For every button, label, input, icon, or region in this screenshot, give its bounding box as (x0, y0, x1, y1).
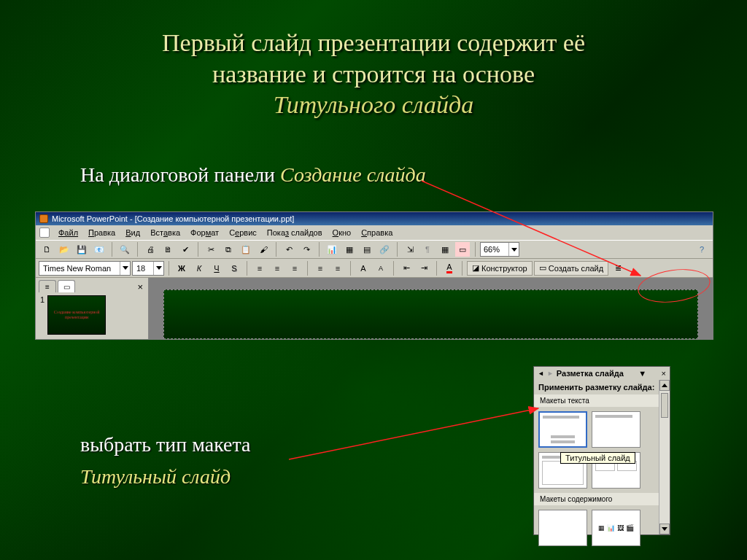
bold-button[interactable]: Ж (174, 260, 190, 276)
thumb-text: Создание компьютерной презентации (48, 310, 105, 320)
sep (475, 242, 476, 257)
save-button[interactable]: 💾 (74, 241, 90, 257)
expand-button[interactable]: ⇲ (402, 241, 418, 257)
caption-title-slide: Титульный слайд (80, 465, 231, 489)
zoom-input[interactable] (481, 245, 508, 254)
menu-insert[interactable]: Вставка (146, 227, 185, 238)
new-button[interactable]: 🗋 (39, 241, 55, 257)
sep (462, 261, 462, 276)
menu-file[interactable]: Файл (54, 227, 82, 238)
close-outline-button[interactable]: × (135, 281, 145, 292)
align-right-button[interactable]: ≡ (287, 260, 303, 276)
align-left-button[interactable]: ≡ (252, 260, 268, 276)
sep (198, 242, 198, 257)
window-titlebar: Microsoft PowerPoint - [Создание компьют… (36, 212, 713, 225)
layout-tooltip: Титульный слайд (560, 452, 635, 464)
new-slide-icon: ▭ (539, 263, 546, 273)
group-header-content: Макеты содержимого (534, 493, 670, 505)
help-button[interactable]: ? (694, 241, 710, 257)
show-formatting-button[interactable]: ¶ (419, 241, 436, 257)
menu-edit[interactable]: Правка (84, 227, 120, 238)
menu-window[interactable]: Окно (328, 227, 356, 238)
numbering-button[interactable]: ≡ (312, 260, 328, 276)
shadow-button[interactable]: S (226, 260, 242, 276)
underline-button[interactable]: Ч (209, 260, 225, 276)
slide-canvas[interactable] (163, 289, 698, 339)
scroll-thumb[interactable] (661, 393, 668, 418)
fwd-icon[interactable]: ► (547, 370, 554, 377)
window-title: Microsoft PowerPoint - [Создание компьют… (52, 214, 294, 223)
menu-format[interactable]: Формат (186, 227, 223, 238)
paste-button[interactable]: 📋 (238, 241, 254, 257)
scroll-down-icon[interactable] (659, 524, 670, 534)
format-painter-button[interactable]: 🖌 (255, 241, 271, 257)
fontsize-input[interactable] (133, 264, 153, 273)
link-button[interactable]: 🔗 (376, 241, 392, 257)
zoom-combo[interactable] (480, 242, 519, 257)
undo-button[interactable]: ↶ (281, 241, 297, 257)
layout-blank[interactable] (538, 510, 587, 546)
font-input[interactable] (39, 264, 120, 273)
svg-line-1 (289, 408, 538, 459)
design-button[interactable]: ◪Конструктор (467, 261, 533, 276)
menu-slideshow[interactable]: Показ слайдов (263, 227, 327, 238)
increase-font-button[interactable]: A (355, 260, 371, 276)
lead-em: Создание слайда (280, 163, 426, 186)
scroll-up-icon[interactable] (659, 380, 670, 391)
pane-subtitle: Применить разметку слайда: (534, 380, 670, 394)
copy-button[interactable]: ⧉ (220, 241, 236, 257)
preview-button[interactable]: 🗎 (160, 241, 176, 257)
increase-indent-button[interactable]: ⇥ (416, 260, 432, 276)
menu-view[interactable]: Вид (121, 227, 144, 238)
layout-content[interactable]: ▦📊🖼🎬 (592, 510, 640, 546)
cut-button[interactable]: ✂ (203, 241, 219, 257)
chart-button[interactable]: 📊 (324, 241, 340, 257)
fontsize-combo[interactable] (132, 261, 164, 276)
menu-tools[interactable]: Сервис (225, 227, 261, 238)
italic-button[interactable]: К (191, 260, 207, 276)
font-combo[interactable] (39, 261, 131, 276)
text-layouts: Титульный слайд (534, 407, 670, 493)
title-line2: название и строится на основе (212, 61, 535, 88)
slide-thumbnail[interactable]: Создание компьютерной презентации (47, 295, 106, 335)
font-dropdown[interactable] (120, 262, 130, 275)
new-slide-button[interactable]: ▭Создать слайд (534, 261, 608, 276)
redo-button[interactable]: ↷ (298, 241, 314, 257)
powerpoint-icon (39, 214, 48, 223)
color-button[interactable]: ▭ (454, 241, 471, 257)
sep (169, 261, 169, 276)
system-menu-icon[interactable] (39, 228, 50, 238)
decrease-font-button[interactable]: A (373, 260, 389, 276)
toolbar-options-button[interactable]: ≣ (610, 260, 626, 276)
tables-button[interactable]: ▤ (359, 241, 375, 257)
font-color-button[interactable]: A (441, 260, 457, 276)
outline-tabs: ≡ ▭ × (36, 278, 148, 292)
slide-number: 1 (40, 295, 44, 304)
search-button[interactable]: 🔍 (117, 241, 133, 257)
slides-tab[interactable]: ▭ (58, 280, 75, 292)
bullets-button[interactable]: ≡ (330, 260, 346, 276)
slide-thumbnail-row[interactable]: 1 Создание компьютерной презентации (36, 292, 148, 338)
slide-editor[interactable] (149, 278, 713, 339)
outline-tab[interactable]: ≡ (39, 280, 56, 292)
pane-close-button[interactable]: × (662, 369, 666, 378)
mail-button[interactable]: 📧 (91, 241, 107, 257)
fontsize-dropdown[interactable] (153, 262, 163, 275)
title-line1: Первый слайд презентации содержит её (162, 29, 585, 56)
align-center-button[interactable]: ≡ (269, 260, 285, 276)
decrease-indent-button[interactable]: ⇤ (398, 260, 414, 276)
spellcheck-button[interactable]: ✔ (177, 241, 193, 257)
grid-button[interactable]: ▦ (437, 241, 453, 257)
sep (319, 242, 320, 257)
back-icon[interactable]: ◄ (538, 370, 544, 377)
pane-dropdown-icon[interactable]: ▼ (638, 369, 646, 378)
layout-title-only[interactable] (592, 411, 640, 448)
table-button[interactable]: ▦ (341, 241, 357, 257)
pane-scrollbar[interactable] (659, 380, 670, 534)
layout-title-slide[interactable] (538, 411, 587, 448)
zoom-dropdown[interactable] (508, 243, 519, 256)
print-button[interactable]: 🖨 (142, 241, 158, 257)
open-button[interactable]: 📂 (56, 241, 72, 257)
menu-help[interactable]: Справка (357, 227, 397, 238)
work-area: ≡ ▭ × 1 Создание компьютерной презентаци… (36, 278, 713, 339)
